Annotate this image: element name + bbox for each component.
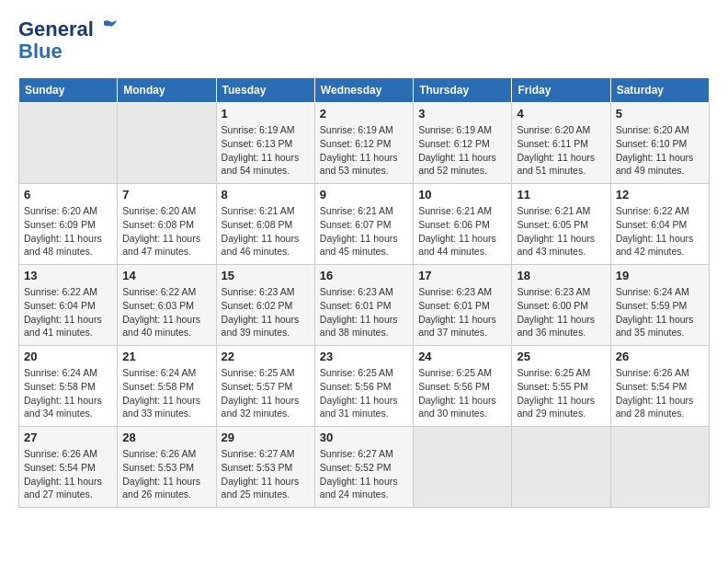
day-number: 16 (320, 269, 408, 282)
calendar-cell: 25Sunrise: 6:25 AM Sunset: 5:55 PM Dayli… (512, 346, 610, 427)
day-number: 3 (418, 107, 506, 121)
day-info: Sunrise: 6:26 AM Sunset: 5:53 PM Dayligh… (122, 447, 210, 501)
calendar-cell: 11Sunrise: 6:21 AM Sunset: 6:05 PM Dayli… (512, 184, 610, 265)
day-info: Sunrise: 6:23 AM Sunset: 6:02 PM Dayligh… (222, 285, 310, 339)
day-info: Sunrise: 6:23 AM Sunset: 6:00 PM Dayligh… (517, 285, 605, 339)
calendar-cell: 19Sunrise: 6:24 AM Sunset: 5:59 PM Dayli… (610, 265, 709, 346)
calendar-cell: 23Sunrise: 6:25 AM Sunset: 5:56 PM Dayli… (314, 346, 413, 427)
day-info: Sunrise: 6:19 AM Sunset: 6:13 PM Dayligh… (222, 123, 310, 178)
calendar-cell: 29Sunrise: 6:27 AM Sunset: 5:53 PM Dayli… (216, 427, 314, 508)
day-info: Sunrise: 6:23 AM Sunset: 6:01 PM Dayligh… (418, 285, 506, 339)
day-info: Sunrise: 6:24 AM Sunset: 5:58 PM Dayligh… (122, 366, 210, 420)
day-number: 14 (122, 269, 210, 282)
day-info: Sunrise: 6:19 AM Sunset: 6:12 PM Dayligh… (320, 123, 408, 178)
calendar-cell: 16Sunrise: 6:23 AM Sunset: 6:01 PM Dayli… (314, 265, 413, 346)
day-number: 1 (222, 107, 310, 121)
calendar-cell (414, 427, 512, 508)
day-info: Sunrise: 6:20 AM Sunset: 6:08 PM Dayligh… (122, 204, 210, 259)
calendar-cell: 10Sunrise: 6:21 AM Sunset: 6:06 PM Dayli… (414, 184, 512, 265)
calendar-cell (118, 103, 216, 184)
day-info: Sunrise: 6:21 AM Sunset: 6:07 PM Dayligh… (320, 204, 408, 259)
calendar-cell: 13Sunrise: 6:22 AM Sunset: 6:04 PM Dayli… (19, 265, 118, 346)
day-info: Sunrise: 6:25 AM Sunset: 5:55 PM Dayligh… (517, 366, 605, 420)
day-number: 26 (616, 350, 704, 363)
day-info: Sunrise: 6:26 AM Sunset: 5:54 PM Dayligh… (616, 366, 704, 420)
calendar-cell (512, 427, 610, 508)
calendar-header-row: SundayMondayTuesdayWednesdayThursdayFrid… (19, 78, 710, 103)
day-info: Sunrise: 6:21 AM Sunset: 6:05 PM Dayligh… (517, 204, 605, 259)
logo: General Blue (18, 18, 117, 63)
calendar-cell: 8Sunrise: 6:21 AM Sunset: 6:08 PM Daylig… (216, 184, 314, 265)
calendar-cell: 20Sunrise: 6:24 AM Sunset: 5:58 PM Dayli… (19, 346, 118, 427)
calendar-week-row: 1Sunrise: 6:19 AM Sunset: 6:13 PM Daylig… (19, 103, 710, 184)
day-number: 15 (222, 269, 310, 282)
calendar-cell: 26Sunrise: 6:26 AM Sunset: 5:54 PM Dayli… (610, 346, 709, 427)
calendar-cell: 6Sunrise: 6:20 AM Sunset: 6:09 PM Daylig… (19, 184, 118, 265)
calendar-cell: 3Sunrise: 6:19 AM Sunset: 6:12 PM Daylig… (414, 103, 512, 184)
day-info: Sunrise: 6:20 AM Sunset: 6:10 PM Dayligh… (616, 123, 704, 178)
calendar-cell (610, 427, 709, 508)
day-info: Sunrise: 6:27 AM Sunset: 5:52 PM Dayligh… (320, 447, 408, 501)
day-header-sunday: Sunday (19, 78, 118, 103)
day-number: 6 (24, 188, 112, 201)
day-number: 11 (517, 188, 605, 201)
day-info: Sunrise: 6:25 AM Sunset: 5:56 PM Dayligh… (418, 366, 506, 420)
logo-blue: Blue (18, 40, 117, 63)
day-info: Sunrise: 6:26 AM Sunset: 5:54 PM Dayligh… (24, 447, 112, 501)
calendar-cell: 1Sunrise: 6:19 AM Sunset: 6:13 PM Daylig… (216, 103, 314, 184)
calendar-cell: 9Sunrise: 6:21 AM Sunset: 6:07 PM Daylig… (314, 184, 413, 265)
day-info: Sunrise: 6:23 AM Sunset: 6:01 PM Dayligh… (320, 285, 408, 339)
day-number: 7 (122, 188, 210, 201)
day-number: 9 (320, 188, 408, 201)
calendar-cell: 17Sunrise: 6:23 AM Sunset: 6:01 PM Dayli… (414, 265, 512, 346)
calendar-cell: 24Sunrise: 6:25 AM Sunset: 5:56 PM Dayli… (414, 346, 512, 427)
calendar-cell: 30Sunrise: 6:27 AM Sunset: 5:52 PM Dayli… (314, 427, 413, 508)
day-info: Sunrise: 6:22 AM Sunset: 6:04 PM Dayligh… (616, 204, 704, 259)
day-number: 22 (222, 350, 310, 363)
day-number: 29 (222, 431, 310, 444)
day-info: Sunrise: 6:20 AM Sunset: 6:09 PM Dayligh… (24, 204, 112, 259)
day-info: Sunrise: 6:21 AM Sunset: 6:08 PM Dayligh… (222, 204, 310, 259)
day-info: Sunrise: 6:20 AM Sunset: 6:11 PM Dayligh… (517, 123, 605, 178)
day-number: 25 (517, 350, 605, 363)
day-header-saturday: Saturday (610, 78, 709, 103)
day-header-thursday: Thursday (414, 78, 512, 103)
logo-general: General (18, 18, 117, 40)
day-number: 10 (418, 188, 506, 201)
day-header-friday: Friday (512, 78, 610, 103)
calendar-cell: 15Sunrise: 6:23 AM Sunset: 6:02 PM Dayli… (216, 265, 314, 346)
calendar-cell: 22Sunrise: 6:25 AM Sunset: 5:57 PM Dayli… (216, 346, 314, 427)
day-number: 18 (517, 269, 605, 282)
day-number: 19 (616, 269, 704, 282)
day-info: Sunrise: 6:24 AM Sunset: 5:58 PM Dayligh… (24, 366, 112, 420)
calendar-week-row: 27Sunrise: 6:26 AM Sunset: 5:54 PM Dayli… (19, 427, 710, 508)
calendar-cell: 5Sunrise: 6:20 AM Sunset: 6:10 PM Daylig… (610, 103, 709, 184)
calendar-cell: 27Sunrise: 6:26 AM Sunset: 5:54 PM Dayli… (19, 427, 118, 508)
calendar-cell: 7Sunrise: 6:20 AM Sunset: 6:08 PM Daylig… (118, 184, 216, 265)
day-number: 24 (418, 350, 506, 363)
calendar-cell: 14Sunrise: 6:22 AM Sunset: 6:03 PM Dayli… (118, 265, 216, 346)
day-info: Sunrise: 6:25 AM Sunset: 5:56 PM Dayligh… (320, 366, 408, 420)
day-number: 4 (517, 107, 605, 121)
day-number: 8 (222, 188, 310, 201)
day-info: Sunrise: 6:25 AM Sunset: 5:57 PM Dayligh… (222, 366, 310, 420)
day-header-tuesday: Tuesday (216, 78, 314, 103)
day-number: 28 (122, 431, 210, 444)
day-number: 30 (320, 431, 408, 444)
day-number: 17 (418, 269, 506, 282)
calendar-cell: 21Sunrise: 6:24 AM Sunset: 5:58 PM Dayli… (118, 346, 216, 427)
day-number: 5 (616, 107, 704, 121)
logo-bird-icon (97, 19, 117, 36)
day-info: Sunrise: 6:22 AM Sunset: 6:03 PM Dayligh… (122, 285, 210, 339)
day-info: Sunrise: 6:27 AM Sunset: 5:53 PM Dayligh… (222, 447, 310, 501)
day-number: 12 (616, 188, 704, 201)
day-header-monday: Monday (118, 78, 216, 103)
day-number: 23 (320, 350, 408, 363)
page-header: General Blue (18, 18, 710, 63)
calendar-cell: 4Sunrise: 6:20 AM Sunset: 6:11 PM Daylig… (512, 103, 610, 184)
calendar-week-row: 13Sunrise: 6:22 AM Sunset: 6:04 PM Dayli… (19, 265, 710, 346)
day-number: 21 (122, 350, 210, 363)
calendar-cell: 18Sunrise: 6:23 AM Sunset: 6:00 PM Dayli… (512, 265, 610, 346)
calendar-cell: 2Sunrise: 6:19 AM Sunset: 6:12 PM Daylig… (314, 103, 413, 184)
calendar-cell (19, 103, 118, 184)
